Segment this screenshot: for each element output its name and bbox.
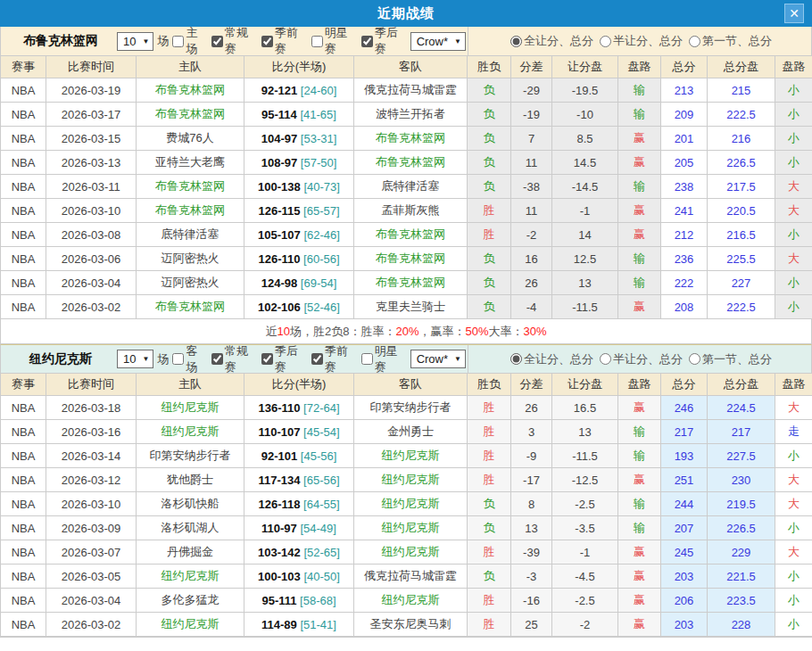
games-count-select[interactable]: 10▼ [117, 32, 153, 51]
cell-win-loss: 负 [468, 492, 511, 516]
cell-away-team: 底特律活塞 [354, 175, 468, 199]
filter-checkbox-3[interactable]: 季前赛 [309, 343, 359, 375]
cell-point-diff: -38 [511, 175, 552, 199]
cell-score: 100-138 [40-73] [244, 175, 354, 199]
checkbox-input[interactable] [211, 36, 223, 47]
radio-input[interactable] [600, 36, 611, 47]
cell-league: NBA [1, 613, 46, 637]
full-time-score: 105-107 [258, 228, 301, 242]
filter-checkbox-0[interactable]: 主场 [170, 25, 208, 57]
half-time-score: [52-65] [303, 546, 339, 559]
full-time-score: 95-111 [261, 594, 296, 607]
cell-date: 2026-03-04 [46, 589, 137, 613]
cell-score: 114-89 [51-41] [244, 613, 354, 637]
cell-total-result: 小 [775, 103, 812, 127]
cell-league: NBA [1, 589, 46, 613]
checkbox-input[interactable] [172, 353, 184, 365]
cell-league: NBA [1, 444, 46, 468]
radio-input[interactable] [510, 36, 522, 47]
column-header: 主队 [137, 56, 244, 78]
games-suffix-label: 场 [157, 33, 169, 49]
chevron-down-icon: ▼ [143, 355, 150, 363]
cell-league: NBA [1, 199, 46, 223]
filter-checkbox-1[interactable]: 常规赛 [209, 343, 259, 375]
scope-radio-1[interactable]: 半让分、总分 [597, 33, 683, 49]
half-time-score: [45-56] [301, 449, 336, 463]
radio-input[interactable] [510, 353, 522, 365]
cell-handicap-line: 12.5 [552, 247, 618, 271]
filter-checkbox-1[interactable]: 常规赛 [209, 25, 259, 57]
filter-checkbox-0[interactable]: 客场 [170, 343, 208, 375]
radio-input[interactable] [689, 353, 700, 365]
cell-away-team: 布鲁克林篮网 [354, 151, 468, 175]
cell-away-team: 布鲁克林篮网 [354, 223, 468, 247]
checkbox-input[interactable] [361, 36, 373, 47]
cell-total-line: 215 [708, 78, 775, 103]
filter-checkbox-2[interactable]: 季后赛 [259, 343, 309, 375]
checkbox-input[interactable] [261, 36, 273, 47]
cell-point-diff: -3 [511, 564, 552, 589]
table-row: NBA2026-03-16纽约尼克斯110-107 [45-54]金州勇士胜31… [1, 420, 812, 444]
scope-radio-0[interactable]: 全让分、总分 [508, 351, 593, 367]
cell-away-team: 布鲁克林篮网 [354, 247, 468, 271]
cell-total-line: 229 [708, 540, 775, 564]
full-time-score: 100-138 [258, 180, 301, 194]
filter-checkbox-4[interactable]: 明星赛 [359, 343, 409, 375]
cell-league: NBA [1, 540, 46, 564]
table-row: NBA2026-03-10布鲁克林篮网126-115 [65-57]孟菲斯灰熊胜… [1, 199, 812, 223]
cell-total-result: 走 [775, 420, 812, 444]
checkbox-input[interactable] [172, 36, 184, 47]
cell-handicap-line: -11.5 [552, 444, 618, 468]
cell-score: 102-106 [52-46] [244, 295, 354, 319]
odds-company-select[interactable]: Crow*▼ [410, 350, 466, 368]
radio-input[interactable] [689, 36, 700, 47]
cell-home-team: 费城76人 [137, 127, 244, 151]
cell-league: NBA [1, 103, 46, 127]
filter-controls: 纽约尼克斯10▼场客场常规赛季后赛季前赛明星赛Crow*▼ [1, 345, 468, 373]
cell-date: 2026-03-08 [46, 223, 137, 247]
cell-handicap-line: -1 [552, 540, 618, 564]
cell-handicap-result: 赢 [618, 396, 661, 420]
full-time-score: 104-97 [261, 132, 297, 145]
filter-checkbox-4[interactable]: 季后赛 [359, 25, 409, 57]
checkbox-input[interactable] [311, 36, 323, 47]
scope-radio-1[interactable]: 半让分、总分 [597, 351, 683, 367]
scope-radio-0[interactable]: 全让分、总分 [508, 33, 593, 49]
checkbox-input[interactable] [361, 353, 373, 365]
cell-total-result: 小 [775, 564, 812, 589]
cell-league: NBA [1, 78, 46, 103]
recent-results-window: 近期战绩 ✕ 布鲁克林篮网10▼场主场常规赛季前赛明星赛季后赛Crow*▼全让分… [0, 0, 812, 638]
cell-away-team: 纽约尼克斯 [354, 589, 468, 613]
scope-radio-2[interactable]: 第一节、总分 [686, 33, 772, 49]
column-header: 让分盘 [552, 56, 618, 78]
filter-checkbox-3[interactable]: 明星赛 [309, 25, 359, 57]
cell-away-team: 布鲁克林篮网 [354, 271, 468, 295]
cell-away-team: 金州勇士 [354, 420, 468, 444]
full-time-score: 117-134 [258, 474, 300, 487]
cell-date: 2026-03-05 [46, 564, 137, 589]
column-header: 主队 [137, 374, 244, 396]
full-time-score: 103-142 [258, 546, 301, 559]
checkbox-input[interactable] [311, 353, 323, 365]
checkbox-input[interactable] [261, 353, 273, 365]
cell-handicap-result: 输 [618, 103, 661, 127]
cell-away-team: 布鲁克林篮网 [354, 127, 468, 151]
cell-handicap-line: -2.5 [552, 589, 618, 613]
chevron-down-icon: ▼ [143, 37, 150, 45]
close-button[interactable]: ✕ [784, 4, 804, 23]
cell-score: 103-142 [52-65] [244, 540, 354, 564]
checkbox-input[interactable] [211, 353, 223, 365]
half-time-score: [65-57] [303, 204, 339, 218]
filter-checkbox-2[interactable]: 季前赛 [259, 25, 309, 57]
cell-total-line: 217 [708, 420, 775, 444]
filter-bar: 布鲁克林篮网10▼场主场常规赛季前赛明星赛季后赛Crow*▼全让分、总分半让分、… [0, 27, 812, 55]
table-row: NBA2026-03-18纽约尼克斯136-110 [72-64]印第安纳步行者… [1, 396, 812, 420]
scope-radio-2[interactable]: 第一节、总分 [686, 351, 772, 367]
games-count-select[interactable]: 10▼ [117, 350, 153, 368]
cell-total-result: 小 [775, 271, 812, 295]
radio-input[interactable] [600, 353, 611, 365]
cell-total-line: 228 [708, 613, 775, 637]
odds-company-select[interactable]: Crow*▼ [410, 32, 466, 51]
half-time-score: [52-46] [303, 301, 339, 314]
cell-date: 2026-03-09 [46, 516, 137, 540]
